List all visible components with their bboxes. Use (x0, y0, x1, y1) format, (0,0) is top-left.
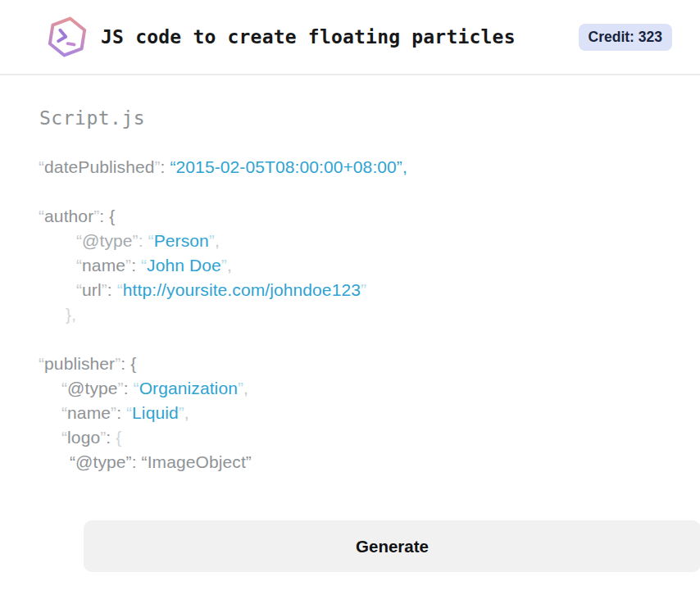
code-line: “@type”: “ImageObject” (39, 450, 662, 475)
main-content: Script.js “datePublished”: “2015-02-05T0… (0, 75, 700, 572)
header: JS code to create floating particles Cre… (0, 0, 700, 75)
generate-button[interactable]: Generate (84, 520, 700, 572)
code-line: “name”: “Liquid”, (39, 401, 662, 425)
code-line: “logo”: { (39, 425, 662, 450)
terminal-prompt-hexagon-icon (45, 14, 89, 60)
file-name-label: Script.js (39, 107, 662, 129)
code-line: “author”: { (39, 204, 662, 229)
code-block: “datePublished”: “2015-02-05T08:00:00+08… (39, 155, 662, 475)
credit-badge: Credit: 323 (579, 24, 672, 51)
code-line: “url”: “http://yoursite.com/johndoe123” (39, 278, 662, 302)
code-line: “datePublished”: “2015-02-05T08:00:00+08… (39, 155, 662, 179)
code-line: “@type”: “Person”, (39, 229, 662, 253)
code-line: “publisher”: { (39, 352, 662, 376)
code-blank-line (39, 327, 662, 352)
code-line: “@type”: “Organization”, (39, 376, 662, 401)
code-line: “name”: “John Doe”, (39, 253, 662, 278)
page-title: JS code to create floating particles (101, 26, 516, 48)
code-blank-line (39, 179, 662, 204)
code-line: }, (39, 302, 662, 327)
